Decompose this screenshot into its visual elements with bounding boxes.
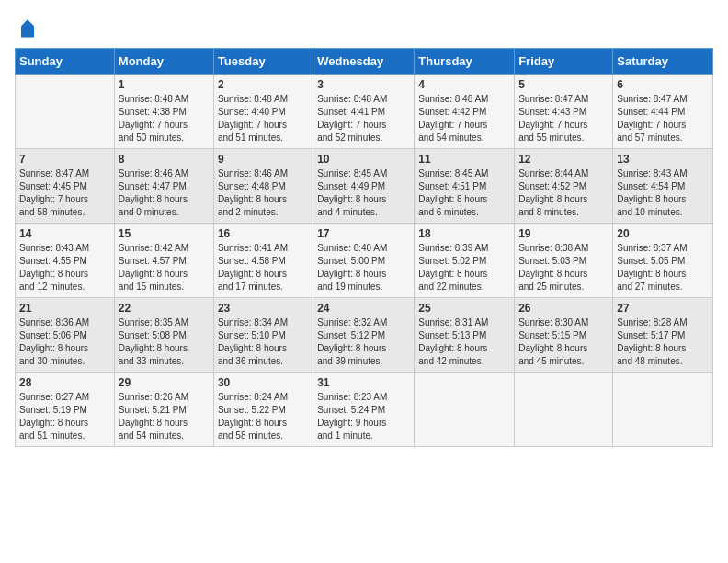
day-number: 13 xyxy=(617,153,709,166)
day-number: 11 xyxy=(418,153,510,166)
header-cell-friday: Friday xyxy=(515,49,613,75)
calendar-cell xyxy=(415,373,515,447)
day-number: 9 xyxy=(218,153,309,166)
day-info: Sunrise: 8:46 AM Sunset: 4:47 PM Dayligh… xyxy=(119,167,210,219)
day-number: 4 xyxy=(418,78,510,91)
calendar-body: 1Sunrise: 8:48 AM Sunset: 4:38 PM Daylig… xyxy=(16,75,713,447)
calendar-cell: 30Sunrise: 8:24 AM Sunset: 5:22 PM Dayli… xyxy=(213,373,313,447)
day-info: Sunrise: 8:37 AM Sunset: 5:05 PM Dayligh… xyxy=(617,242,709,293)
logo xyxy=(15,15,44,40)
day-number: 18 xyxy=(418,227,510,240)
day-number: 26 xyxy=(518,302,609,315)
header-cell-thursday: Thursday xyxy=(415,49,515,75)
day-info: Sunrise: 8:26 AM Sunset: 5:21 PM Dayligh… xyxy=(119,391,210,442)
day-number: 6 xyxy=(617,78,709,91)
day-info: Sunrise: 8:35 AM Sunset: 5:08 PM Dayligh… xyxy=(119,316,210,368)
day-info: Sunrise: 8:48 AM Sunset: 4:38 PM Dayligh… xyxy=(119,93,210,144)
calendar-cell: 19Sunrise: 8:38 AM Sunset: 5:03 PM Dayli… xyxy=(515,224,613,298)
day-info: Sunrise: 8:27 AM Sunset: 5:19 PM Dayligh… xyxy=(19,391,110,442)
day-number: 1 xyxy=(119,78,210,91)
day-number: 25 xyxy=(418,302,510,315)
day-number: 24 xyxy=(317,302,410,315)
week-row-2: 14Sunrise: 8:43 AM Sunset: 4:55 PM Dayli… xyxy=(16,224,713,298)
calendar-cell: 23Sunrise: 8:34 AM Sunset: 5:10 PM Dayli… xyxy=(213,298,313,373)
day-number: 29 xyxy=(119,376,210,389)
calendar-cell: 5Sunrise: 8:47 AM Sunset: 4:43 PM Daylig… xyxy=(515,75,613,149)
calendar-cell: 26Sunrise: 8:30 AM Sunset: 5:15 PM Dayli… xyxy=(515,298,613,373)
calendar-cell: 22Sunrise: 8:35 AM Sunset: 5:08 PM Dayli… xyxy=(114,298,213,373)
header-cell-wednesday: Wednesday xyxy=(313,49,415,75)
header-row: SundayMondayTuesdayWednesdayThursdayFrid… xyxy=(16,49,713,75)
day-number: 8 xyxy=(119,153,210,166)
header-cell-sunday: Sunday xyxy=(16,49,115,75)
day-info: Sunrise: 8:46 AM Sunset: 4:48 PM Dayligh… xyxy=(218,167,309,219)
day-info: Sunrise: 8:39 AM Sunset: 5:02 PM Dayligh… xyxy=(418,242,510,293)
calendar-header: SundayMondayTuesdayWednesdayThursdayFrid… xyxy=(16,49,713,75)
header-cell-tuesday: Tuesday xyxy=(213,49,313,75)
day-info: Sunrise: 8:44 AM Sunset: 4:52 PM Dayligh… xyxy=(518,167,609,219)
calendar-cell xyxy=(613,373,713,447)
day-number: 12 xyxy=(518,153,609,166)
day-number: 2 xyxy=(218,78,309,91)
day-info: Sunrise: 8:45 AM Sunset: 4:49 PM Dayligh… xyxy=(317,167,410,219)
logo-icon xyxy=(15,15,40,40)
calendar-cell: 9Sunrise: 8:46 AM Sunset: 4:48 PM Daylig… xyxy=(213,149,313,224)
day-number: 14 xyxy=(19,227,110,240)
calendar-cell: 2Sunrise: 8:48 AM Sunset: 4:40 PM Daylig… xyxy=(213,75,313,149)
calendar-cell: 21Sunrise: 8:36 AM Sunset: 5:06 PM Dayli… xyxy=(16,298,115,373)
day-number: 17 xyxy=(317,227,410,240)
calendar-cell: 24Sunrise: 8:32 AM Sunset: 5:12 PM Dayli… xyxy=(313,298,415,373)
day-number: 16 xyxy=(218,227,309,240)
calendar-cell xyxy=(16,75,115,149)
header-cell-monday: Monday xyxy=(114,49,213,75)
calendar-cell: 29Sunrise: 8:26 AM Sunset: 5:21 PM Dayli… xyxy=(114,373,213,447)
day-info: Sunrise: 8:34 AM Sunset: 5:10 PM Dayligh… xyxy=(218,316,309,368)
calendar-cell: 15Sunrise: 8:42 AM Sunset: 4:57 PM Dayli… xyxy=(114,224,213,298)
day-info: Sunrise: 8:36 AM Sunset: 5:06 PM Dayligh… xyxy=(19,316,110,368)
calendar-cell: 12Sunrise: 8:44 AM Sunset: 4:52 PM Dayli… xyxy=(515,149,613,224)
day-info: Sunrise: 8:47 AM Sunset: 4:45 PM Dayligh… xyxy=(19,167,110,219)
day-info: Sunrise: 8:31 AM Sunset: 5:13 PM Dayligh… xyxy=(418,316,510,368)
day-number: 5 xyxy=(518,78,609,91)
day-info: Sunrise: 8:38 AM Sunset: 5:03 PM Dayligh… xyxy=(518,242,609,293)
day-number: 22 xyxy=(119,302,210,315)
day-number: 23 xyxy=(218,302,309,315)
day-info: Sunrise: 8:41 AM Sunset: 4:58 PM Dayligh… xyxy=(218,242,309,293)
day-info: Sunrise: 8:43 AM Sunset: 4:54 PM Dayligh… xyxy=(617,167,709,219)
calendar-cell: 3Sunrise: 8:48 AM Sunset: 4:41 PM Daylig… xyxy=(313,75,415,149)
day-number: 15 xyxy=(119,227,210,240)
day-number: 3 xyxy=(317,78,410,91)
day-number: 28 xyxy=(19,376,110,389)
day-info: Sunrise: 8:45 AM Sunset: 4:51 PM Dayligh… xyxy=(418,167,510,219)
calendar-cell: 31Sunrise: 8:23 AM Sunset: 5:24 PM Dayli… xyxy=(313,373,415,447)
calendar-cell: 6Sunrise: 8:47 AM Sunset: 4:44 PM Daylig… xyxy=(613,75,713,149)
calendar-cell: 8Sunrise: 8:46 AM Sunset: 4:47 PM Daylig… xyxy=(114,149,213,224)
day-number: 7 xyxy=(19,153,110,166)
day-number: 27 xyxy=(617,302,709,315)
day-info: Sunrise: 8:48 AM Sunset: 4:40 PM Dayligh… xyxy=(218,93,309,144)
calendar-table: SundayMondayTuesdayWednesdayThursdayFrid… xyxy=(15,48,713,447)
week-row-3: 21Sunrise: 8:36 AM Sunset: 5:06 PM Dayli… xyxy=(16,298,713,373)
day-number: 19 xyxy=(518,227,609,240)
day-info: Sunrise: 8:23 AM Sunset: 5:24 PM Dayligh… xyxy=(317,391,410,442)
day-number: 31 xyxy=(317,376,410,389)
day-info: Sunrise: 8:40 AM Sunset: 5:00 PM Dayligh… xyxy=(317,242,410,293)
calendar-cell: 25Sunrise: 8:31 AM Sunset: 5:13 PM Dayli… xyxy=(415,298,515,373)
calendar-cell: 1Sunrise: 8:48 AM Sunset: 4:38 PM Daylig… xyxy=(114,75,213,149)
calendar-cell: 27Sunrise: 8:28 AM Sunset: 5:17 PM Dayli… xyxy=(613,298,713,373)
week-row-0: 1Sunrise: 8:48 AM Sunset: 4:38 PM Daylig… xyxy=(16,75,713,149)
header-cell-saturday: Saturday xyxy=(613,49,713,75)
day-number: 21 xyxy=(19,302,110,315)
day-info: Sunrise: 8:43 AM Sunset: 4:55 PM Dayligh… xyxy=(19,242,110,293)
calendar-cell xyxy=(515,373,613,447)
day-info: Sunrise: 8:32 AM Sunset: 5:12 PM Dayligh… xyxy=(317,316,410,368)
page-header xyxy=(15,15,713,40)
calendar-cell: 16Sunrise: 8:41 AM Sunset: 4:58 PM Dayli… xyxy=(213,224,313,298)
day-info: Sunrise: 8:47 AM Sunset: 4:43 PM Dayligh… xyxy=(518,93,609,144)
day-number: 20 xyxy=(617,227,709,240)
calendar-cell: 7Sunrise: 8:47 AM Sunset: 4:45 PM Daylig… xyxy=(16,149,115,224)
week-row-4: 28Sunrise: 8:27 AM Sunset: 5:19 PM Dayli… xyxy=(16,373,713,447)
day-info: Sunrise: 8:48 AM Sunset: 4:41 PM Dayligh… xyxy=(317,93,410,144)
calendar-cell: 17Sunrise: 8:40 AM Sunset: 5:00 PM Dayli… xyxy=(313,224,415,298)
calendar-cell: 14Sunrise: 8:43 AM Sunset: 4:55 PM Dayli… xyxy=(16,224,115,298)
